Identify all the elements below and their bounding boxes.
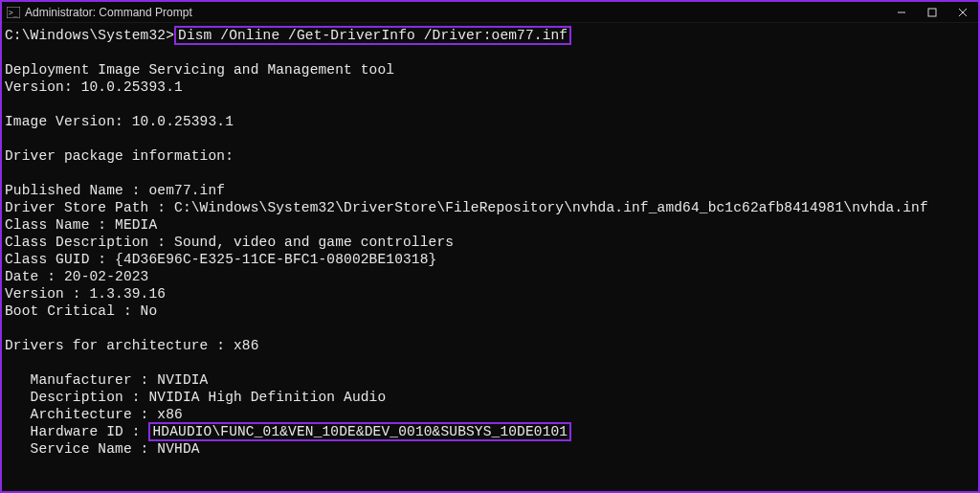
boot-critical: Boot Critical : No xyxy=(5,303,157,319)
manufacturer: Manufacturer : NVIDIA xyxy=(5,372,208,388)
window-title: Administrator: Command Prompt xyxy=(25,6,192,19)
cmd-icon: >_ xyxy=(6,5,21,20)
tool-line: Deployment Image Servicing and Managemen… xyxy=(5,62,394,78)
date: Date : 20-02-2023 xyxy=(5,269,148,284)
maximize-button[interactable] xyxy=(917,2,947,23)
prompt-path: C:\Windows\System32> xyxy=(5,28,174,43)
hardware-id-highlight: HDAUDIO\FUNC_01&VEN_10DE&DEV_0010&SUBSYS… xyxy=(148,422,571,441)
svg-text:>_: >_ xyxy=(9,9,18,17)
command-highlight: Dism /Online /Get-DriverInfo /Driver:oem… xyxy=(174,26,571,45)
class-name: Class Name : MEDIA xyxy=(5,217,157,233)
minimize-button[interactable] xyxy=(886,2,917,23)
titlebar[interactable]: >_ Administrator: Command Prompt xyxy=(2,2,978,23)
class-description: Class Description : Sound, video and gam… xyxy=(5,235,454,250)
window: >_ Administrator: Command Prompt C:\Wind… xyxy=(0,0,980,493)
drivers-arch-header: Drivers for architecture : x86 xyxy=(5,338,259,353)
class-guid: Class GUID : {4D36E96C-E325-11CE-BFC1-08… xyxy=(5,252,436,267)
description: Description : NVIDIA High Definition Aud… xyxy=(5,390,386,405)
service-name: Service Name : NVHDA xyxy=(5,441,200,457)
driver-store-path: Driver Store Path : C:\Windows\System32\… xyxy=(5,200,928,215)
version-line: Version: 10.0.25393.1 xyxy=(5,79,183,95)
image-version-line: Image Version: 10.0.25393.1 xyxy=(5,114,234,129)
driver-pkg-header: Driver package information: xyxy=(5,148,234,164)
hardware-id-label: Hardware ID : xyxy=(5,424,148,439)
terminal-output[interactable]: C:\Windows\System32>Dism /Online /Get-Dr… xyxy=(2,23,978,491)
architecture: Architecture : x86 xyxy=(5,407,183,422)
published-name: Published Name : oem77.inf xyxy=(5,183,225,198)
close-button[interactable] xyxy=(947,2,978,23)
svg-rect-3 xyxy=(928,9,936,16)
version: Version : 1.3.39.16 xyxy=(5,286,166,302)
